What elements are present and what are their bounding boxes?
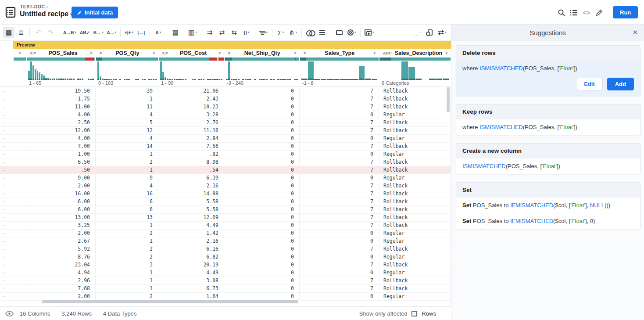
cell-pos_sales[interactable]: 6.00 <box>26 198 96 205</box>
table-row[interactable]: 12.001211.1607Rollback <box>0 127 451 135</box>
cell-pos_sales[interactable]: 4.00 <box>26 111 96 119</box>
row-select-cell[interactable] <box>13 127 26 134</box>
cell-pos_sales[interactable]: 6.00 <box>26 206 96 213</box>
vertical-scrollbar[interactable] <box>447 87 450 112</box>
suggestion-row[interactable]: where ISMISMATCHED(POS_Sales, ['Float']) <box>456 60 640 76</box>
cell-pos_cost[interactable]: 8.98 <box>158 158 224 166</box>
column-histogram-pos_sales[interactable] <box>26 61 96 80</box>
cell-pos_sales[interactable]: 6.50 <box>26 158 96 166</box>
cell-sales_type[interactable]: 0 <box>300 174 379 182</box>
cell-pos_sales[interactable]: 1.75 <box>26 95 96 103</box>
cell-pos_qty[interactable]: 1 <box>96 285 158 292</box>
chevron-down-icon[interactable]: ▾ <box>153 51 155 55</box>
cell-pos_qty[interactable]: 6 <box>96 198 158 205</box>
horizontal-scrollbar[interactable] <box>42 300 298 303</box>
list-view-icon[interactable]: ≣ <box>15 27 27 38</box>
cell-sales_description[interactable]: Rollback <box>379 198 451 205</box>
add-button[interactable]: Add <box>607 78 634 90</box>
chevron-down-icon[interactable]: ▾ <box>218 51 221 55</box>
cell-pos_sales[interactable]: 2.67 <box>26 237 96 245</box>
cell-pos_cost[interactable]: .54 <box>158 166 224 174</box>
cell-sales_description[interactable]: Regular <box>379 151 451 158</box>
chevron-down-icon[interactable]: ▾ <box>445 51 447 55</box>
table-row[interactable]: 11.001110.2307Rollback <box>0 103 451 111</box>
table-row[interactable]: 13.001312.0907Rollback <box>0 214 451 222</box>
table-row[interactable]: 2.9613.0807Rollback <box>0 277 451 285</box>
reorder-columns-icon[interactable]: ⇄ <box>216 27 228 38</box>
row-select-cell[interactable] <box>13 158 26 166</box>
cell-net_ship_qty[interactable]: 0 <box>224 261 300 269</box>
column-header-pos_cost[interactable]: #,#POS_Cost▾ <box>158 49 224 58</box>
row-select-cell[interactable] <box>13 269 26 277</box>
cell-pos_sales[interactable]: 7.68 <box>26 285 96 292</box>
cell-pos_qty[interactable]: 4 <box>96 135 158 142</box>
cell-sales_description[interactable]: Rollback <box>379 261 451 269</box>
row-select-cell[interactable] <box>13 119 26 126</box>
rows-checkbox[interactable] <box>411 311 417 316</box>
cell-pos_qty[interactable]: 2 <box>96 253 158 261</box>
cell-sales_type[interactable]: 7 <box>300 222 379 229</box>
join-datasets-icon[interactable] <box>304 27 316 38</box>
cell-sales_type[interactable]: 0 <box>300 135 379 142</box>
cell-pos_qty[interactable]: 13 <box>96 214 158 221</box>
cell-pos_sales[interactable]: 23.04 <box>26 261 96 269</box>
cell-pos_cost[interactable]: 7.56 <box>158 143 224 150</box>
row-select-cell[interactable] <box>13 95 26 103</box>
cell-sales_type[interactable]: 7 <box>300 190 379 198</box>
edit-button[interactable]: Edit <box>576 78 603 90</box>
cell-pos_cost[interactable]: 2.43 <box>158 95 224 103</box>
cell-pos_qty[interactable]: 2 <box>96 230 158 237</box>
cell-pos_cost[interactable]: 4.49 <box>158 269 224 277</box>
cell-sales_description[interactable]: Rollback <box>379 103 451 111</box>
cell-pos_cost[interactable]: 1.64 <box>158 293 224 300</box>
cell-sales_type[interactable]: 7 <box>300 214 379 221</box>
sort-column-icon[interactable]: A₁₂▾ <box>106 27 118 38</box>
cell-pos_cost[interactable]: 21.06 <box>158 87 224 95</box>
copy-steps-icon[interactable]: ▾ <box>363 27 376 38</box>
cell-pos_cost[interactable]: 6.39 <box>158 174 224 182</box>
grid-view-icon[interactable]: ▦ <box>3 27 14 38</box>
table-row[interactable]: 2.5052.7007Rollback <box>0 119 451 127</box>
cell-sales_description[interactable]: Rollback <box>379 95 451 103</box>
row-select-cell[interactable] <box>13 285 26 292</box>
cell-pos_sales[interactable]: 4.94 <box>26 269 96 277</box>
cell-pos_sales[interactable]: 2.00 <box>26 230 96 237</box>
column-histogram-pos_cost[interactable] <box>158 61 224 80</box>
cell-pos_qty[interactable]: 1 <box>96 151 158 158</box>
cell-pos_qty[interactable]: 1 <box>96 277 158 284</box>
cell-sales_description[interactable]: Rollback <box>379 87 451 95</box>
cell-pos_qty[interactable]: 39 <box>96 87 158 95</box>
close-icon[interactable]: ✕ <box>632 29 638 36</box>
suggestion-row[interactable]: Set POS_Sales to IFMISMATCHED($col, ['Fl… <box>456 197 640 213</box>
cell-pos_qty[interactable]: 4 <box>96 111 158 119</box>
cell-sales_type[interactable]: 7 <box>300 143 379 150</box>
row-select-cell[interactable] <box>13 261 26 269</box>
recipe-title[interactable]: Untitled recipe▾ <box>20 10 72 18</box>
column-quality-bar[interactable] <box>300 58 379 61</box>
cell-sales_description[interactable]: Rollback <box>379 127 451 134</box>
cell-net_ship_qty[interactable]: 0 <box>224 111 300 119</box>
suggestion-row[interactable]: where ISMISMATCHED(POS_Sales, ['Float']) <box>456 119 640 135</box>
cell-sales_type[interactable]: 0 <box>300 293 379 300</box>
row-select-cell[interactable] <box>13 143 26 150</box>
cell-sales_type[interactable]: 7 <box>300 103 379 111</box>
cell-sales_description[interactable]: Regular <box>379 174 451 182</box>
cell-sales_type[interactable]: 7 <box>300 198 379 205</box>
cell-sales_type[interactable]: 7 <box>300 166 379 174</box>
eye-icon[interactable] <box>5 311 14 316</box>
column-quality-bar[interactable] <box>26 58 96 61</box>
cell-pos_sales[interactable]: 3.25 <box>26 222 96 229</box>
cell-pos_qty[interactable]: 1 <box>96 166 158 174</box>
cell-sales_description[interactable]: Regular <box>379 135 451 142</box>
cell-net_ship_qty[interactable]: 0 <box>224 166 300 174</box>
cell-pos_sales[interactable]: 9.00 <box>26 174 96 182</box>
cell-net_ship_qty[interactable]: 0 <box>224 230 300 237</box>
functions-braces-icon[interactable]: {}▾ <box>241 27 252 38</box>
table-row[interactable]: 6.5028.9807Rollback <box>0 158 451 166</box>
cell-pos_qty[interactable]: 2 <box>96 245 158 253</box>
cell-net_ship_qty[interactable]: 0 <box>224 190 300 198</box>
cell-sales_type[interactable]: 0 <box>300 269 379 277</box>
rename-columns-icon[interactable]: A→B▾ <box>62 27 78 38</box>
table-row[interactable]: 23.04320.1907Rollback <box>0 261 451 269</box>
cell-sales_description[interactable]: Rollback <box>379 182 451 190</box>
